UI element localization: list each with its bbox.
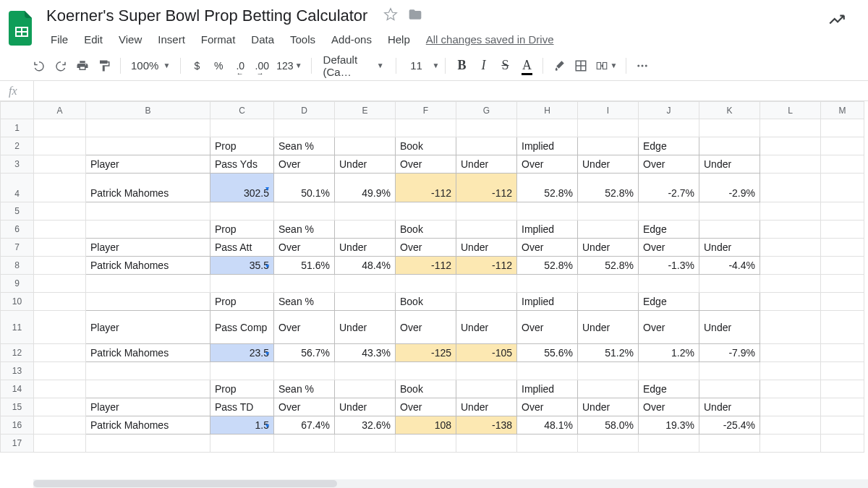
cell[interactable]	[699, 362, 760, 380]
cell[interactable]	[578, 202, 639, 221]
cell[interactable]: Over	[396, 311, 456, 344]
cell[interactable]	[821, 311, 864, 344]
cell[interactable]: Edge	[639, 293, 699, 311]
cell[interactable]	[34, 311, 86, 344]
h-scrollbar[interactable]	[33, 479, 868, 488]
cell[interactable]: Player	[86, 398, 210, 416]
cell[interactable]	[821, 344, 864, 362]
cell[interactable]	[456, 435, 517, 453]
cell[interactable]: 43.3%	[335, 344, 396, 362]
col-header[interactable]: E	[335, 102, 396, 119]
cell[interactable]	[821, 362, 864, 380]
percent-button[interactable]: %	[208, 56, 229, 76]
cell[interactable]: Prop	[210, 293, 274, 311]
row-header[interactable]: 15	[1, 398, 34, 416]
cell[interactable]: -1.3%	[639, 257, 699, 275]
cell[interactable]	[517, 119, 578, 137]
print-button[interactable]	[72, 56, 93, 76]
cell[interactable]: Over	[274, 155, 335, 174]
cell[interactable]: 48.1%	[517, 416, 578, 435]
cell[interactable]	[578, 221, 639, 239]
sheets-logo[interactable]	[7, 9, 36, 48]
cell[interactable]	[86, 137, 210, 155]
row-header[interactable]: 1	[1, 119, 34, 137]
cell[interactable]: Book	[396, 380, 456, 398]
cell[interactable]: Under	[578, 311, 639, 344]
row-header[interactable]: 9	[1, 275, 34, 293]
cell[interactable]	[34, 275, 86, 293]
cell[interactable]	[578, 119, 639, 137]
cell[interactable]	[760, 275, 821, 293]
row-header[interactable]: 6	[1, 221, 34, 239]
cell[interactable]: Sean %	[274, 293, 335, 311]
cell[interactable]: -2.9%	[699, 174, 760, 202]
zoom-select[interactable]: 100%▼	[127, 59, 174, 72]
menu-file[interactable]: File	[43, 30, 75, 48]
increase-decimal-button[interactable]: .00→	[252, 56, 272, 76]
cell[interactable]	[396, 202, 456, 221]
cell[interactable]	[760, 221, 821, 239]
col-header[interactable]: F	[396, 102, 456, 119]
col-header[interactable]: L	[760, 102, 821, 119]
col-header[interactable]: M	[821, 102, 864, 119]
borders-button[interactable]	[571, 56, 591, 76]
cell[interactable]	[760, 398, 821, 416]
merge-button[interactable]: ▼	[592, 56, 620, 76]
cell[interactable]	[34, 257, 86, 275]
cell[interactable]	[335, 119, 396, 137]
fill-color-button[interactable]	[549, 56, 569, 76]
cell[interactable]	[760, 137, 821, 155]
cell[interactable]	[760, 239, 821, 257]
cell[interactable]	[335, 137, 396, 155]
cell[interactable]	[456, 202, 517, 221]
cell[interactable]	[821, 380, 864, 398]
menu-addons[interactable]: Add-ons	[324, 30, 379, 48]
grid[interactable]: ABCDEFGHIJKLM12PropSean %BookImpliedEdge…	[0, 101, 868, 488]
redo-button[interactable]	[51, 56, 71, 76]
cell[interactable]	[821, 155, 864, 174]
cell[interactable]: Over	[639, 239, 699, 257]
more-formats-button[interactable]: 123▼	[273, 56, 305, 76]
cell[interactable]	[274, 275, 335, 293]
cell[interactable]	[86, 293, 210, 311]
cell[interactable]: 56.7%	[274, 344, 335, 362]
cell[interactable]	[760, 174, 821, 202]
cell[interactable]: Patrick Mahomes	[86, 416, 210, 435]
cell[interactable]	[760, 380, 821, 398]
cell[interactable]	[821, 174, 864, 202]
cell[interactable]: Patrick Mahomes	[86, 344, 210, 362]
cell[interactable]	[578, 137, 639, 155]
cell[interactable]	[335, 435, 396, 453]
cell[interactable]: 19.3%	[639, 416, 699, 435]
cell[interactable]: -112	[456, 174, 517, 202]
row-header[interactable]: 14	[1, 380, 34, 398]
cell[interactable]	[760, 257, 821, 275]
cell[interactable]: Sean %	[274, 221, 335, 239]
text-color-button[interactable]: A	[516, 56, 537, 76]
cell[interactable]	[699, 202, 760, 221]
cell[interactable]: Under	[699, 311, 760, 344]
cell[interactable]: 1.5	[210, 416, 274, 435]
cell[interactable]	[210, 275, 274, 293]
cell[interactable]	[34, 119, 86, 137]
cell[interactable]: 51.2%	[578, 344, 639, 362]
cell[interactable]	[699, 380, 760, 398]
cell[interactable]	[821, 398, 864, 416]
cell[interactable]	[821, 202, 864, 221]
cell[interactable]	[578, 435, 639, 453]
cell[interactable]: Over	[517, 155, 578, 174]
cell[interactable]: Over	[274, 311, 335, 344]
cell[interactable]	[699, 275, 760, 293]
cell[interactable]: 48.4%	[335, 257, 396, 275]
cell[interactable]: Under	[578, 398, 639, 416]
folder-icon[interactable]	[408, 7, 422, 25]
cell[interactable]	[760, 202, 821, 221]
row-header[interactable]: 3	[1, 155, 34, 174]
cell[interactable]: -7.9%	[699, 344, 760, 362]
cell[interactable]	[821, 119, 864, 137]
cell[interactable]	[821, 275, 864, 293]
cell[interactable]	[34, 137, 86, 155]
cell[interactable]: Implied	[517, 221, 578, 239]
cell[interactable]	[34, 239, 86, 257]
cell[interactable]: Under	[578, 155, 639, 174]
